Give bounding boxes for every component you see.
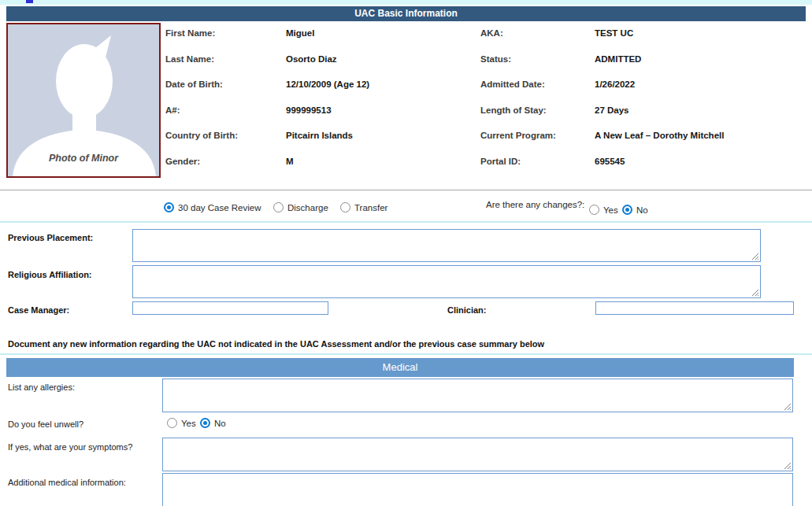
case-manager-label: Case Manager:: [8, 305, 69, 315]
browser-edge-strip: [0, 0, 812, 5]
info-labels-right: AKA: Status: Admitted Date: Length of St…: [480, 28, 556, 183]
clinician-input[interactable]: [595, 301, 794, 315]
radio-changes-no-icon[interactable]: [622, 205, 632, 215]
radio-option-unwell-yes[interactable]: Yes: [167, 418, 196, 428]
changes-question-label: Are there any changes?:: [486, 200, 584, 209]
radio-unwell-no-icon[interactable]: [200, 418, 210, 428]
portal-id-label: Portal ID:: [480, 157, 556, 183]
a-number-label: A#:: [165, 105, 238, 131]
allergies-label: List any allergies:: [8, 382, 75, 392]
photo-caption: Photo of Minor: [8, 153, 159, 164]
length-of-stay-label: Length of Stay:: [480, 105, 556, 131]
radio-discharge-icon[interactable]: [273, 202, 284, 212]
radio-unwell-yes-icon[interactable]: [167, 418, 177, 428]
clinician-label: Clinician:: [447, 305, 487, 315]
page: UAC Basic Information Photo of Minor Fir…: [0, 0, 812, 506]
radio-option-discharge[interactable]: Discharge: [273, 202, 328, 212]
truncated-link-fragment[interactable]: [26, 0, 33, 3]
a-number-value: 999999513: [286, 105, 369, 131]
uac-basic-information-header: UAC Basic Information: [6, 6, 806, 21]
radio-label: 30 day Case Review: [178, 203, 261, 212]
info-values-left: Miguel Osorto Diaz 12/10/2009 (Age 12) 9…: [286, 28, 369, 183]
previous-placement-textarea[interactable]: [133, 230, 760, 261]
symptoms-field: [162, 438, 793, 471]
info-values-right: TEST UC ADMITTED 1/26/2022 27 Days A New…: [595, 28, 724, 183]
radio-option-30-day-case-review[interactable]: 30 day Case Review: [164, 202, 261, 212]
gender-value: M: [286, 157, 369, 183]
radio-option-unwell-no[interactable]: No: [200, 418, 226, 428]
radio-label: Yes: [603, 205, 618, 215]
photo-of-minor: Photo of Minor: [6, 23, 161, 178]
document-instructions-note: Document any new information regarding t…: [8, 339, 544, 349]
medical-section-header: Medical: [6, 358, 794, 377]
status-label: Status:: [480, 54, 556, 80]
aka-value: TEST UC: [595, 28, 724, 54]
date-of-birth-value: 12/10/2009 (Age 12): [286, 79, 369, 105]
first-name-value: Miguel: [286, 28, 369, 54]
religious-affiliation-textarea[interactable]: [133, 266, 760, 297]
symptoms-textarea[interactable]: [163, 438, 792, 471]
admitted-date-label: Admitted Date:: [480, 79, 556, 105]
additional-medical-label: Additional medical information:: [8, 478, 126, 487]
aka-label: AKA:: [480, 28, 556, 54]
radio-transfer-icon[interactable]: [340, 202, 350, 212]
radio-label: No: [214, 419, 226, 428]
unwell-question-label: Do you feel unwell?: [8, 419, 83, 429]
additional-medical-textarea[interactable]: [163, 474, 792, 506]
country-of-birth-label: Country of Birth:: [165, 131, 238, 157]
first-name-label: First Name:: [165, 28, 238, 54]
status-value: ADMITTED: [595, 54, 724, 80]
allergies-field: [162, 379, 793, 412]
portal-id-value: 695545: [595, 157, 724, 183]
admitted-date-value: 1/26/2022: [595, 79, 724, 105]
radio-label: No: [636, 205, 648, 215]
radio-option-transfer[interactable]: Transfer: [340, 202, 387, 212]
additional-medical-field: [162, 473, 793, 506]
radio-changes-yes-icon[interactable]: [589, 205, 599, 215]
current-program-value: A New Leaf – Dorothy Mitchell: [595, 131, 724, 157]
info-labels-left: First Name: Last Name: Date of Birth: A#…: [165, 28, 238, 183]
symptoms-label: If yes, what are your symptoms?: [8, 442, 132, 452]
radio-option-changes-yes[interactable]: Yes: [589, 205, 618, 215]
country-of-birth-value: Pitcairn Islands: [286, 131, 369, 157]
previous-placement-field: [132, 229, 761, 262]
last-name-value: Osorto Diaz: [286, 54, 369, 80]
case-manager-input[interactable]: [132, 301, 328, 315]
last-name-label: Last Name:: [165, 54, 238, 80]
religious-affiliation-field: [132, 265, 761, 298]
length-of-stay-value: 27 Days: [595, 105, 724, 131]
radio-label: Discharge: [287, 203, 328, 212]
radio-label: Transfer: [354, 203, 387, 212]
section-divider: [0, 221, 812, 223]
religious-affiliation-label: Religious Affiliation:: [8, 270, 92, 279]
allergies-textarea[interactable]: [163, 379, 792, 412]
date-of-birth-label: Date of Birth:: [165, 79, 238, 105]
radio-label: Yes: [181, 419, 196, 428]
previous-placement-label: Previous Placement:: [8, 233, 93, 242]
section-divider: [0, 353, 812, 355]
section-divider: [0, 190, 812, 190]
radio-30-day-case-review-icon[interactable]: [164, 202, 174, 212]
current-program-label: Current Program:: [480, 131, 556, 157]
gender-label: Gender:: [165, 157, 238, 183]
radio-option-changes-no[interactable]: No: [622, 205, 648, 215]
